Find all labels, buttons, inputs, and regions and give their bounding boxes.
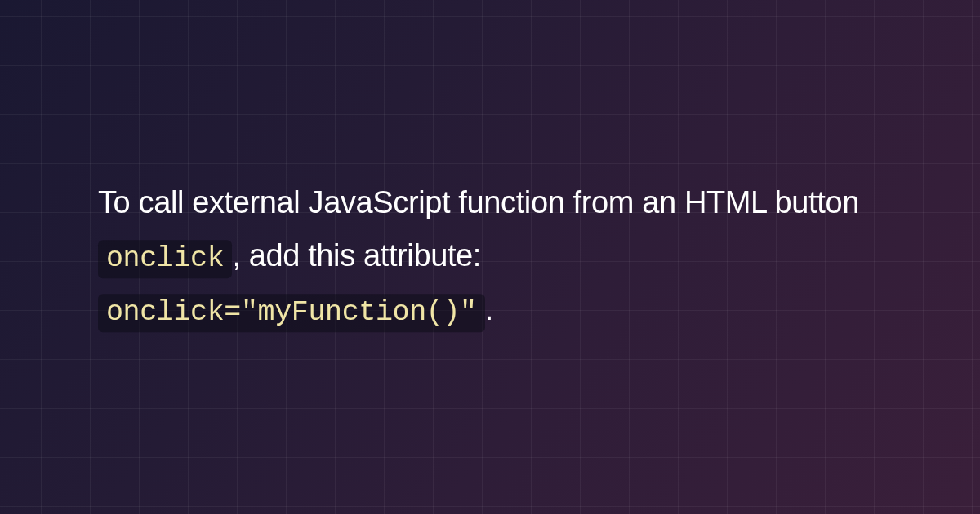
code-snippet-onclick: onclick <box>98 240 232 278</box>
content-container: To call external JavaScript function fro… <box>98 176 882 338</box>
text-segment-1: To call external JavaScript function fro… <box>98 185 859 219</box>
code-snippet-attribute: onclick="myFunction()" <box>98 294 485 332</box>
text-segment-3: . <box>485 292 493 326</box>
description-text: To call external JavaScript function fro… <box>98 176 882 338</box>
text-segment-2: , add this attribute: <box>232 238 481 273</box>
